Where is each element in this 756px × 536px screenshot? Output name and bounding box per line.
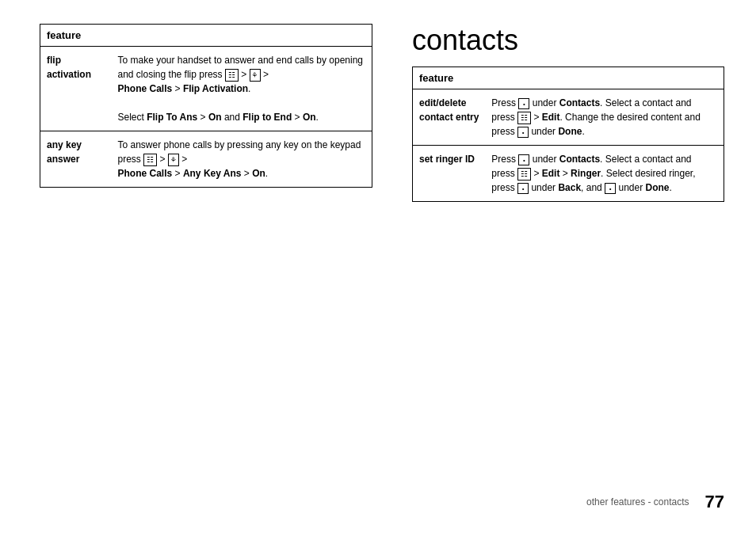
feature-label: any keyanswer [40,131,112,188]
right-table-header: feature [413,67,724,89]
dot-key-icon2: • [517,127,529,138]
feature-desc: Press • under Contacts. Select a contact… [485,89,724,146]
section-title: contacts [412,24,724,57]
on-label-2: On [303,112,316,123]
footer-text: other features - contacts [586,496,689,507]
feature-label: set ringer ID [413,146,486,202]
dot-key-icon3: • [518,154,529,165]
menu-key-icon2: ☷ [143,154,157,166]
flip-to-end-label: Flip to End [242,112,292,123]
done-label: Done [558,126,582,137]
left-section: feature flipactivation To make your hand… [40,24,372,484]
edit-label: Edit [542,112,560,123]
settings-key-icon: ⚘ [250,69,261,82]
contacts-label: Contacts [559,97,600,108]
on-label-3: On [252,168,265,179]
menu-key-icon3: ☷ [517,112,531,124]
menu-key-icon4: ☷ [517,168,531,181]
on-label-1: On [208,112,222,123]
flip-to-ans-label: Flip To Ans [147,112,197,123]
ringer-label: Ringer [571,168,601,179]
back-label: Back [558,182,581,193]
flip-activation-label: Flip Activation [183,83,248,94]
contacts-label2: Contacts [559,154,600,165]
edit-label2: Edit [542,168,560,179]
feature-label: flipactivation [40,47,112,131]
page-number: 77 [705,492,724,512]
table-row: any keyanswer To answer phone calls by p… [40,131,372,188]
dot-key-icon4: • [517,183,529,194]
table-row: flipactivation To make your handset to a… [40,47,372,131]
phone-calls-label2: Phone Calls [118,168,173,179]
main-content: feature flipactivation To make your hand… [40,24,724,484]
done-label2: Done [645,182,669,193]
feature-label: edit/deletecontact entry [413,89,486,146]
footer: other features - contacts 77 [40,484,724,512]
left-table: feature flipactivation To make your hand… [40,24,372,188]
dot-key-icon5: • [605,183,616,194]
any-key-label: Any Key Ans [183,168,242,179]
dot-key-icon: • [518,98,529,109]
table-row: set ringer ID Press • under Contacts. Se… [413,146,724,202]
settings-key-icon2: ⚘ [168,154,179,166]
table-row: edit/deletecontact entry Press • under C… [413,89,724,146]
feature-desc: To answer phone calls by pressing any ke… [112,131,372,188]
feature-desc: Press • under Contacts. Select a contact… [485,146,724,202]
phone-calls-label: Phone Calls [118,83,173,94]
feature-desc: To make your handset to answer and end c… [112,47,372,131]
menu-key-icon: ☷ [225,69,239,82]
right-table: feature edit/deletecontact entry Press •… [412,67,724,202]
right-section: contacts feature edit/deletecontact entr… [412,24,724,484]
left-table-header: feature [40,25,372,47]
